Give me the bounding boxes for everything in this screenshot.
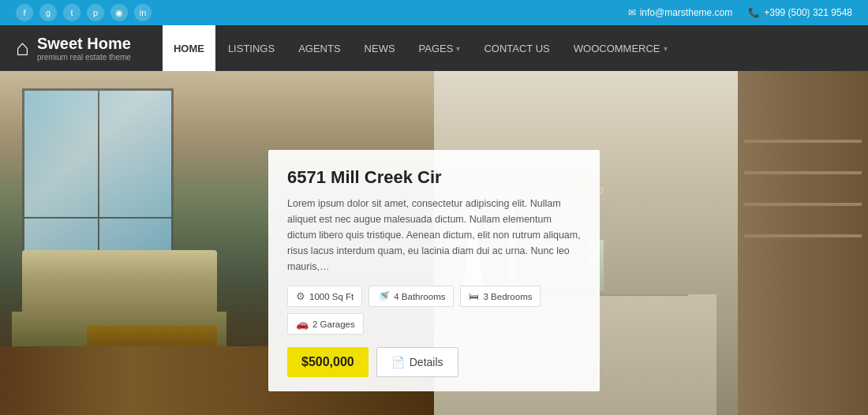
- linkedin-icon[interactable]: in: [134, 4, 152, 21]
- sqft-label: 1000 Sq Ft: [309, 292, 354, 301]
- feature-garages: 🚗 2 Garages: [287, 313, 364, 335]
- nav-listings[interactable]: LISTINGS: [217, 25, 286, 71]
- property-card: 6571 Mill Creek Cir Lorem ipsum dolor si…: [268, 150, 600, 391]
- nav-news[interactable]: NEWS: [354, 25, 406, 71]
- sqft-icon: ⚙: [296, 290, 305, 302]
- feature-sqft: ⚙ 1000 Sq Ft: [287, 286, 362, 307]
- details-file-icon: 📄: [391, 356, 405, 368]
- social-links: f g t p ◉ in: [16, 4, 152, 21]
- details-label: Details: [410, 356, 443, 368]
- details-button[interactable]: 📄 Details: [376, 347, 458, 377]
- bed-label: 3 Bedrooms: [483, 292, 532, 301]
- navbar: ⌂ Sweet Home premium real estate theme H…: [0, 25, 868, 71]
- sofa-element: [22, 250, 218, 312]
- dribbble-icon[interactable]: ◉: [110, 4, 128, 21]
- garage-icon: 🚗: [296, 318, 309, 330]
- top-bar: f g t p ◉ in ✉ info@marstheme.com 📞 +399…: [0, 0, 868, 25]
- bookshelf-element: [738, 71, 868, 415]
- woo-dropdown-arrow: ▾: [664, 44, 668, 53]
- pages-dropdown-arrow: ▾: [456, 44, 460, 53]
- logo[interactable]: ⌂ Sweet Home premium real estate theme: [16, 35, 131, 62]
- facebook-icon[interactable]: f: [16, 4, 33, 21]
- property-title: 6571 Mill Creek Cir: [287, 167, 581, 188]
- phone-contact: 📞 +399 (500) 321 9548: [748, 7, 852, 18]
- property-actions: $500,000 📄 Details: [287, 347, 581, 377]
- nav-home[interactable]: HOME: [163, 25, 215, 71]
- logo-house-icon: ⌂: [16, 36, 29, 61]
- price-badge: $500,000: [287, 347, 369, 377]
- nav-contact[interactable]: CONTACT US: [473, 25, 560, 71]
- property-description: Lorem ipsum dolor sit amet, consectetur …: [287, 196, 581, 275]
- pinterest-icon[interactable]: p: [87, 4, 104, 21]
- bed-icon: 🛏: [469, 290, 479, 302]
- google-plus-icon[interactable]: g: [39, 4, 57, 21]
- hero-section: 6571 Mill Creek Cir Lorem ipsum dolor si…: [0, 71, 868, 415]
- bath-label: 4 Bathrooms: [394, 292, 445, 301]
- contact-info: ✉ info@marstheme.com 📞 +399 (500) 321 95…: [628, 7, 852, 18]
- nav-links: HOME LISTINGS AGENTS NEWS PAGES ▾ CONTAC…: [163, 25, 679, 71]
- nav-agents[interactable]: AGENTS: [287, 25, 351, 71]
- feature-bedrooms: 🛏 3 Bedrooms: [460, 286, 541, 307]
- garage-label: 2 Garages: [312, 320, 355, 329]
- bath-icon: 🚿: [377, 290, 390, 302]
- property-features: ⚙ 1000 Sq Ft 🚿 4 Bathrooms 🛏 3 Bedrooms …: [287, 286, 581, 335]
- logo-text: Sweet Home premium real estate theme: [37, 35, 131, 62]
- phone-icon: 📞: [748, 7, 760, 18]
- nav-woocommerce[interactable]: WOOCOMMERCE ▾: [563, 25, 679, 71]
- email-contact: ✉ info@marstheme.com: [628, 7, 733, 18]
- nav-pages[interactable]: PAGES ▾: [408, 25, 472, 71]
- twitter-icon[interactable]: t: [63, 4, 80, 21]
- feature-bathrooms: 🚿 4 Bathrooms: [369, 286, 454, 307]
- email-icon: ✉: [628, 7, 636, 18]
